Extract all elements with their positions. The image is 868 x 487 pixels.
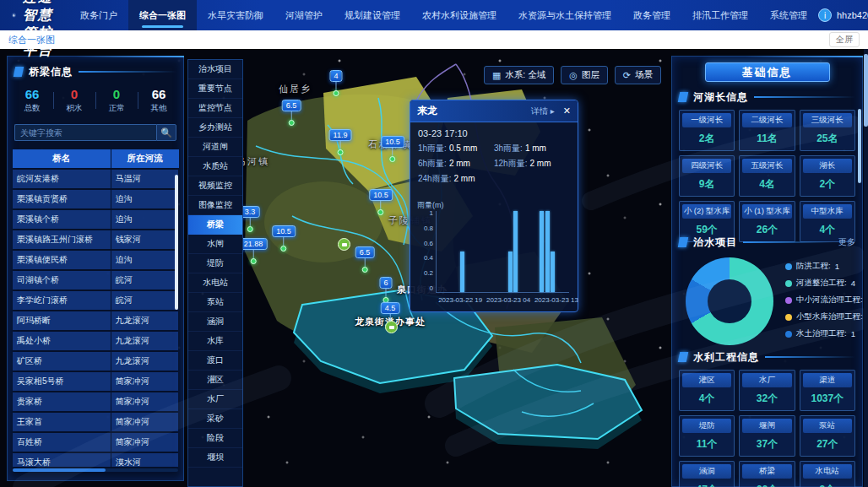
legend-label: 河道整治工程 [796, 278, 847, 289]
camera-marker-icon[interactable] [338, 238, 350, 251]
marker-dot [247, 226, 252, 232]
water-level-marker[interactable]: 21.88 [243, 238, 267, 264]
nav-tab[interactable]: 政务管理 [622, 0, 681, 30]
layer-menu-item[interactable]: 乡办测站 [188, 118, 242, 138]
stat-card: 堰闸 37个 [739, 415, 795, 457]
nav-tab[interactable]: 河湖管护 [274, 0, 334, 30]
base-info-button[interactable]: 基础信息 [705, 62, 830, 82]
map-control-label: 图层 [582, 69, 599, 81]
nav-tab[interactable]: 综合一张图 [128, 0, 197, 30]
table-row[interactable]: 李学屹门滚桥 皖河 [13, 291, 178, 310]
stat-card: 水电站 3个 [800, 461, 855, 487]
layer-menu-item[interactable]: 治水项目 [188, 60, 242, 79]
water-level-marker[interactable]: 10.5 [369, 189, 393, 215]
nav-tab[interactable]: 政务门户 [69, 0, 128, 30]
layer-menu-item[interactable]: 涵洞 [188, 312, 242, 332]
right-panel-scrollbar[interactable] [858, 109, 861, 183]
map-control-button[interactable]: ▦ 水系: 全域 [484, 66, 554, 84]
more-link[interactable]: 更多 [838, 236, 855, 248]
table-row[interactable]: 栗溪镇便民桥 迫沟 [13, 251, 178, 269]
camera-lens [342, 243, 347, 246]
fullscreen-button[interactable]: 全屏 [829, 32, 860, 47]
breadcrumb[interactable]: 综合一张图 [8, 34, 55, 46]
layer-menu-item[interactable]: 视频监控 [188, 176, 242, 196]
search-icon[interactable]: 🔍 [156, 124, 176, 141]
section-line [765, 356, 855, 358]
map[interactable]: 仙居乡马河镇石桥驿镇子陵铺镇泉口街道办龙泉街道办事处 4 6.5 11.9 10… [243, 49, 671, 487]
nav-tab[interactable]: 系统管理 [759, 0, 818, 30]
table-row[interactable]: 司湖镇个桥 皖河 [13, 271, 178, 289]
table-row[interactable]: 贵家桥 简家冲河 [13, 392, 178, 411]
bridge-stat: 66 其他 [138, 87, 180, 114]
river-name-cell: 钱家河 [111, 230, 178, 249]
page-scrollbar-thumb[interactable] [864, 54, 868, 127]
nav-tab[interactable]: 规划建设管理 [334, 0, 411, 30]
map-control-button[interactable]: ⟳ 场景 [615, 66, 661, 84]
layer-menu-item[interactable]: 桥梁 [188, 215, 242, 235]
stat-card: 四级河长 9名 [679, 155, 735, 197]
bridge-name-cell: 栗溪镇贡贤桥 [13, 190, 111, 208]
layer-menu-item[interactable]: 监控节点 [188, 99, 242, 118]
water-level-marker[interactable]: 6.5 [282, 100, 301, 126]
water-level-marker[interactable]: 10.5 [272, 225, 296, 252]
table-vertical-scrollbar[interactable] [175, 175, 178, 310]
water-level-marker[interactable]: 6.5 [355, 246, 375, 273]
search-input[interactable] [14, 124, 156, 141]
table-horizontal-scrollbar[interactable] [13, 468, 178, 472]
table-row[interactable]: 矿区桥 九龙滚河 [13, 352, 178, 371]
camera-marker-icon[interactable] [385, 321, 398, 333]
stat-card-value: 11名 [742, 127, 791, 148]
metric-label: 3h雨量: [494, 143, 523, 153]
popup-time: 03-23 17:10 [418, 128, 570, 138]
scrollbar-thumb[interactable] [13, 468, 106, 472]
table-row[interactable]: 阿玛桥断 九龙滚河 [13, 311, 178, 330]
nav-tab[interactable]: 水旱灾害防御 [197, 0, 274, 30]
layer-menu-item[interactable]: 堰坝 [188, 448, 242, 468]
metric-label: 12h雨量: [494, 159, 527, 168]
layer-menu-item[interactable]: 险段 [188, 429, 242, 448]
legend-label: 防洪工程 [796, 261, 831, 272]
layer-menu-item[interactable]: 渡口 [188, 351, 242, 371]
bridge-table-rows: 皖河发港桥 马温河 栗溪镇贡贤桥 迫沟 栗溪镇个桥 迫沟 栗溪镇路玉州门滚桥 钱… [13, 170, 178, 467]
map-control-button[interactable]: ◎ 图层 [561, 66, 608, 84]
page-scrollbar[interactable] [864, 49, 868, 487]
table-row[interactable]: 禹处小桥 九龙滚河 [13, 332, 178, 350]
layer-menu-item[interactable]: 灌区 [188, 371, 242, 390]
layer-menu-item[interactable]: 堤防 [188, 254, 242, 273]
rain-bar [540, 211, 544, 292]
table-row[interactable]: 栗溪镇个桥 迫沟 [13, 210, 178, 229]
table-row[interactable]: 栗溪镇路玉州门滚桥 钱家河 [13, 230, 178, 249]
nav-tab[interactable]: 农村水利设施管理 [411, 0, 507, 30]
water-level-marker[interactable]: 10.5 [381, 136, 404, 162]
table-row[interactable]: 栗溪镇贡贤桥 迫沟 [13, 190, 178, 208]
layer-menu-item[interactable]: 重要节点 [188, 79, 242, 99]
layer-menu-item[interactable]: 水质站 [188, 157, 242, 176]
layer-menu-item[interactable]: 泵站 [188, 293, 242, 312]
close-icon[interactable]: ✕ [563, 106, 571, 116]
layer-menu-item[interactable]: 水电站 [188, 273, 242, 293]
nav-tab[interactable]: 排汛工作管理 [681, 0, 759, 30]
water-level-marker[interactable]: 4 [329, 70, 342, 96]
user-menu[interactable]: i hhzb42080201 ∨ [818, 8, 868, 22]
layer-menu-item[interactable]: 图像监控 [188, 196, 242, 215]
table-row[interactable]: 吴家相5号桥 简家冲河 [13, 372, 178, 391]
table-row[interactable]: 王家首 简家冲河 [13, 413, 178, 431]
layer-menu-item[interactable]: 采砂 [188, 409, 242, 429]
water-level-marker[interactable]: 6 [379, 277, 392, 303]
water-level-marker[interactable]: 11.9 [329, 129, 352, 155]
nav-tab[interactable]: 水资源与水土保持管理 [507, 0, 622, 30]
table-row[interactable]: 马滚大桥 漠水河 [13, 453, 178, 467]
marker-line [381, 201, 382, 209]
table-row[interactable]: 皖河发港桥 马温河 [13, 170, 178, 188]
layer-menu-item[interactable]: 水闸 [188, 235, 242, 254]
marker-line [284, 237, 285, 246]
stat-card-label: 五级河长 [742, 159, 791, 173]
water-level-marker[interactable]: 3.3 [243, 206, 259, 232]
layer-menu-item[interactable]: 河道闸 [188, 138, 242, 157]
layer-menu-item[interactable]: 水库 [188, 332, 242, 351]
popup-detail-link[interactable]: 详情 ▸ [531, 106, 555, 117]
rain-ytick: 0.8 [415, 225, 433, 232]
stat-card-label: 小 (2) 型水库 [682, 204, 731, 219]
layer-menu-item[interactable]: 水厂 [188, 390, 242, 409]
table-row[interactable]: 百姓桥 简家冲河 [13, 433, 178, 452]
